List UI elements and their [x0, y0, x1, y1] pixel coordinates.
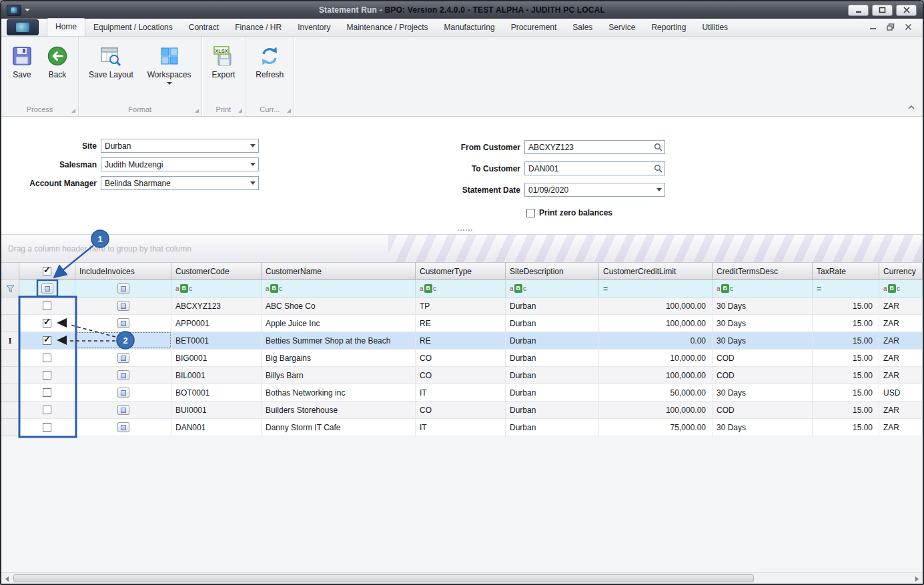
- mdi-minimize-button[interactable]: [869, 24, 877, 30]
- chevron-down-icon[interactable]: [247, 158, 258, 171]
- save-button[interactable]: Save: [5, 42, 39, 83]
- cell-type[interactable]: IT: [416, 419, 506, 436]
- cell-terms[interactable]: 30 Days: [713, 298, 813, 315]
- chevron-down-icon[interactable]: [247, 139, 258, 152]
- cell-type[interactable]: RE: [416, 315, 506, 332]
- table-row[interactable]: IBET0001Betties Summer Shop at the Beach…: [1, 332, 923, 350]
- cell-currency[interactable]: ZAR: [879, 419, 923, 436]
- cell-include[interactable]: [75, 367, 171, 384]
- workspaces-button[interactable]: Workspaces: [141, 42, 197, 88]
- filter-cell-tax[interactable]: =: [813, 280, 879, 298]
- column-header-site[interactable]: SiteDescription: [506, 263, 599, 280]
- cell-select[interactable]: [19, 350, 75, 367]
- cell-name[interactable]: Big Bargains: [262, 350, 416, 367]
- dialog-launcher-icon[interactable]: [71, 109, 75, 113]
- include-invoices-button[interactable]: [117, 353, 129, 363]
- include-invoices-button[interactable]: [117, 422, 129, 432]
- table-row[interactable]: ABCXYZ123ABC Shoe CoTPDurban100,000.0030…: [1, 298, 923, 315]
- from-customer-field[interactable]: ABCXYZ123: [524, 140, 665, 154]
- row-checkbox[interactable]: [43, 302, 51, 310]
- include-invoices-button[interactable]: [117, 405, 129, 415]
- cell-code[interactable]: BUI0001: [171, 402, 262, 419]
- cell-name[interactable]: Betties Summer Shop at the Beach: [262, 332, 416, 350]
- tab-maintenance-projects[interactable]: Maintenance / Projects: [339, 19, 436, 36]
- app-logo-icon[interactable]: [7, 5, 21, 16]
- horizontal-scrollbar[interactable]: [1, 572, 923, 584]
- column-header-tax[interactable]: TaxRate: [813, 263, 879, 280]
- cell-site[interactable]: Durban: [506, 419, 599, 436]
- cell-tax[interactable]: 15.00: [813, 332, 879, 350]
- cell-code[interactable]: BIG0001: [171, 350, 262, 367]
- cell-tax[interactable]: 15.00: [813, 419, 879, 436]
- cell-type[interactable]: CO: [416, 367, 506, 384]
- application-button[interactable]: [7, 19, 39, 35]
- tab-manufacturing[interactable]: Manufacturing: [436, 19, 503, 36]
- cell-type[interactable]: IT: [416, 384, 506, 402]
- cell-name[interactable]: Danny Storm IT Cafe: [262, 419, 416, 436]
- cell-terms[interactable]: 30 Days: [713, 384, 813, 402]
- table-row[interactable]: BOT0001Bothas Networking incITDurban50,0…: [1, 384, 923, 402]
- cell-name[interactable]: ABC Shoe Co: [262, 298, 416, 315]
- filter-cell-credit[interactable]: =: [599, 280, 713, 298]
- cell-tax[interactable]: 15.00: [813, 384, 879, 402]
- cell-tax[interactable]: 15.00: [813, 350, 879, 367]
- chevron-down-icon[interactable]: [247, 177, 258, 189]
- tab-inventory[interactable]: Inventory: [290, 19, 338, 36]
- cell-tax[interactable]: 15.00: [813, 402, 879, 419]
- filter-cell-name[interactable]: aBc: [262, 280, 416, 298]
- cell-code[interactable]: DAN001: [171, 419, 262, 436]
- scroll-thumb[interactable]: [13, 574, 754, 582]
- filter-cell-site[interactable]: aBc: [506, 280, 599, 298]
- quick-access-dropdown-icon[interactable]: [25, 9, 30, 11]
- cell-tax[interactable]: 15.00: [813, 298, 879, 315]
- table-row[interactable]: BUI0001Builders StorehouseCODurban100,00…: [1, 402, 923, 419]
- cell-currency[interactable]: USD: [879, 384, 923, 402]
- minimize-button[interactable]: [848, 5, 869, 16]
- table-row[interactable]: APP0001Apple Juice IncREDurban100,000.00…: [1, 315, 923, 332]
- cell-type[interactable]: RE: [416, 332, 506, 350]
- export-button[interactable]: XLSX Export: [206, 42, 242, 83]
- to-customer-field[interactable]: DAN001: [524, 161, 665, 175]
- column-header-currency[interactable]: Currency: [879, 263, 923, 280]
- row-checkbox[interactable]: [43, 423, 51, 432]
- row-checkbox[interactable]: [43, 336, 51, 345]
- cell-site[interactable]: Durban: [506, 402, 599, 419]
- statement-date-combo[interactable]: 01/09/2020: [524, 183, 665, 197]
- cell-code[interactable]: BOT0001: [171, 384, 262, 402]
- scroll-right-button[interactable]: [911, 574, 923, 584]
- cell-credit[interactable]: 0.00: [599, 332, 713, 350]
- cell-currency[interactable]: ZAR: [879, 315, 923, 332]
- include-invoices-button[interactable]: [117, 336, 129, 346]
- cell-type[interactable]: CO: [416, 402, 506, 419]
- column-header-code[interactable]: CustomerCode: [171, 263, 262, 280]
- column-header-credit[interactable]: CustomerCreditLimit: [599, 263, 713, 280]
- row-checkbox[interactable]: [43, 371, 51, 380]
- cell-name[interactable]: Bothas Networking inc: [262, 384, 416, 402]
- dialog-launcher-icon[interactable]: [238, 109, 242, 113]
- cell-credit[interactable]: 50,000.00: [599, 384, 713, 402]
- include-filter-button[interactable]: [117, 283, 129, 294]
- filter-cell-select[interactable]: [19, 280, 75, 298]
- tab-service[interactable]: Service: [600, 19, 643, 36]
- maximize-button[interactable]: [872, 5, 893, 16]
- cell-credit[interactable]: 100,000.00: [599, 367, 713, 384]
- select-all-checkbox[interactable]: [43, 267, 51, 275]
- account-manager-combo[interactable]: Belinda Sharmane: [101, 176, 259, 190]
- back-button[interactable]: Back: [41, 42, 74, 83]
- cell-terms[interactable]: COD: [713, 367, 813, 384]
- cell-site[interactable]: Durban: [506, 332, 599, 350]
- tab-finance-hr[interactable]: Finance / HR: [227, 19, 290, 36]
- column-header-terms[interactable]: CreditTermsDesc: [713, 263, 813, 280]
- cell-select[interactable]: [19, 315, 75, 332]
- cell-include[interactable]: [75, 332, 171, 350]
- collapse-ribbon-button[interactable]: [907, 102, 916, 114]
- include-invoices-button[interactable]: [117, 370, 129, 380]
- cell-site[interactable]: Durban: [506, 298, 599, 315]
- cell-select[interactable]: [19, 419, 75, 436]
- tab-procurement[interactable]: Procurement: [503, 19, 565, 36]
- cell-site[interactable]: Durban: [506, 367, 599, 384]
- cell-name[interactable]: Builders Storehouse: [262, 402, 416, 419]
- filter-cell-include[interactable]: [75, 280, 171, 298]
- cell-select[interactable]: [19, 332, 75, 350]
- cell-include[interactable]: [75, 402, 171, 419]
